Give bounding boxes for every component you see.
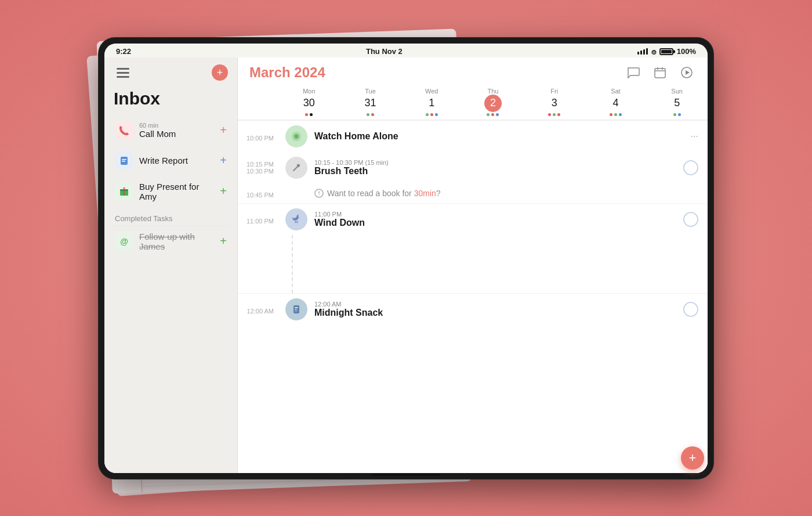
event-dot [435, 113, 438, 116]
followup-james-add-button[interactable]: + [220, 234, 227, 248]
day-number: 2 [484, 95, 502, 112]
play-button[interactable] [677, 63, 696, 82]
calendar-view-button[interactable] [651, 63, 669, 82]
time-label-1015pm: 10:15 PM [238, 161, 274, 168]
sidebar: + Inbox 60 min Call Mom [104, 57, 238, 473]
event-dots [367, 113, 374, 116]
event-dots [487, 113, 499, 116]
week-day-4[interactable]: Sat 4 [585, 85, 647, 120]
read-suggestion-text: Want to read a book for 30min? [314, 189, 698, 198]
message-button[interactable] [624, 63, 643, 82]
svg-rect-8 [124, 189, 125, 196]
calendar-area: March 2024 [238, 57, 708, 473]
week-day-5[interactable]: Sun 5 [646, 85, 708, 120]
buy-present-icon [115, 182, 133, 201]
header-actions [624, 63, 696, 82]
call-mom-add-button[interactable]: + [220, 124, 227, 137]
read-suggestion-label: Want to read a book for 30min? [327, 189, 441, 198]
watch-home-alone-content: Watch Home Alone [314, 131, 687, 142]
status-time: 9:22 [116, 47, 131, 56]
add-task-button[interactable]: + [212, 64, 228, 81]
task-followup-james-text: Follow-up with James [139, 232, 214, 251]
task-write-report-text: Write Report [139, 156, 214, 165]
task-item-call-mom[interactable]: 60 min Call Mom + [109, 116, 233, 146]
event-row-brush-teeth: 10:15 PM 10:30 PM [238, 152, 708, 183]
time-label-1030pm: 10:30 PM [238, 168, 274, 175]
week-day-2[interactable]: Thu 2 [462, 85, 524, 120]
event-dot [619, 113, 622, 116]
sidebar-toggle-button[interactable] [114, 63, 132, 82]
event-dot [673, 113, 676, 116]
brush-teeth-title: Brush Teeth [314, 166, 680, 176]
event-row-midnight-snack: 12:00 AM [238, 293, 708, 325]
task-buy-present-text: Buy Present for Amy [139, 182, 214, 201]
event-icon-col-brush [282, 157, 311, 179]
buy-present-name: Buy Present for Amy [139, 182, 214, 201]
svg-rect-23 [295, 307, 298, 308]
week-day-3[interactable]: Fri 3 [524, 85, 585, 120]
event-dot [548, 113, 551, 116]
day-name: Sun [671, 88, 683, 95]
task-call-mom-text: 60 min Call Mom [139, 122, 214, 139]
call-mom-name: Call Mom [139, 129, 214, 139]
midnight-snack-content: 12:00 AM Midnight Snack [314, 301, 680, 318]
event-dots [673, 113, 681, 116]
event-dots [305, 113, 313, 116]
watch-home-alone-icon [285, 125, 307, 147]
midnight-snack-icon [285, 298, 307, 320]
svg-point-20 [318, 194, 320, 196]
time-label-12am: 12:00 AM [238, 304, 278, 315]
event-dot [553, 113, 556, 116]
signal-bars [637, 48, 648, 55]
event-dot [426, 113, 429, 116]
svg-rect-4 [122, 159, 126, 160]
followup-james-name: Follow-up with James [139, 232, 214, 251]
day-name: Sat [611, 88, 621, 95]
battery-percent: 100% [677, 47, 696, 56]
wind-down-icon: zz [285, 208, 307, 230]
wind-down-subtitle: 11:00 PM [314, 211, 680, 218]
week-day-1[interactable]: Wed 1 [401, 85, 462, 120]
ipad-device: 9:22 Thu Nov 2 ⌾ 100% [99, 38, 713, 479]
week-day-30[interactable]: Mon 30 [278, 85, 340, 120]
event-dot [614, 113, 617, 116]
app-content: + Inbox 60 min Call Mom [104, 57, 708, 473]
event-dot [557, 113, 560, 116]
schedule-scroll[interactable]: 10:00 PM Watch Home Alone [238, 120, 708, 473]
event-row-watch-home-alone: 10:00 PM Watch Home Alone [238, 120, 708, 152]
day-number: 31 [362, 95, 379, 112]
event-row-wind-down: 11:00 PM zz 11:00 PM [238, 203, 708, 235]
brush-teeth-check[interactable] [683, 160, 698, 175]
write-report-name: Write Report [139, 156, 214, 165]
write-report-add-button[interactable]: + [220, 154, 227, 167]
task-list: 60 min Call Mom + [104, 116, 237, 207]
brush-teeth-time: 10:15 PM 10:30 PM [238, 161, 278, 175]
week-day-31[interactable]: Tue 31 [340, 85, 401, 120]
day-name: Thu [488, 88, 499, 95]
task-item-buy-present[interactable]: Buy Present for Amy + [109, 176, 233, 207]
wind-down-icon-col: zz [282, 208, 311, 230]
time-gutter [238, 85, 278, 120]
svg-rect-9 [655, 68, 665, 78]
task-item-followup-james[interactable]: @ Follow-up with James + [109, 226, 233, 257]
suggestion-time-highlight: 30min [414, 189, 436, 198]
svg-rect-2 [117, 76, 129, 78]
wifi-icon: ⌾ [651, 47, 656, 56]
wind-down-title: Wind Down [314, 218, 680, 228]
midnight-snack-check[interactable] [683, 302, 698, 317]
add-event-fab[interactable]: + [681, 446, 704, 470]
task-item-write-report[interactable]: Write Report + [109, 146, 233, 176]
suggestion-row-read: 10:45 PM Want to read a book for 30min? [238, 183, 708, 203]
more-icon: ··· [691, 131, 698, 142]
event-dot [678, 113, 681, 116]
svg-point-15 [294, 134, 299, 139]
event-dot [371, 113, 374, 116]
day-number: 5 [668, 95, 686, 112]
watch-home-alone-title: Watch Home Alone [314, 131, 687, 142]
wind-down-check[interactable] [683, 212, 698, 227]
sidebar-header: + [104, 57, 237, 86]
schedule-inner: 10:00 PM Watch Home Alone [238, 120, 708, 468]
buy-present-add-button[interactable]: + [220, 185, 227, 198]
day-number: 3 [546, 95, 563, 112]
svg-text:zz: zz [295, 220, 298, 223]
